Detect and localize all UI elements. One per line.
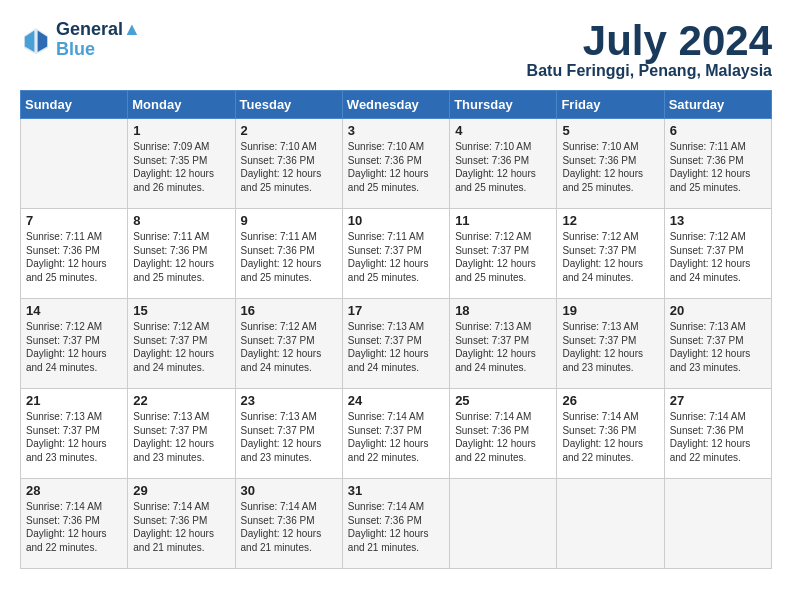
- calendar-cell: 30Sunrise: 7:14 AM Sunset: 7:36 PM Dayli…: [235, 479, 342, 569]
- title-section: July 2024 Batu Feringgi, Penang, Malaysi…: [527, 20, 772, 80]
- day-info: Sunrise: 7:12 AM Sunset: 7:37 PM Dayligh…: [562, 230, 658, 284]
- calendar-cell: 20Sunrise: 7:13 AM Sunset: 7:37 PM Dayli…: [664, 299, 771, 389]
- calendar-cell: 11Sunrise: 7:12 AM Sunset: 7:37 PM Dayli…: [450, 209, 557, 299]
- day-number: 18: [455, 303, 551, 318]
- day-number: 7: [26, 213, 122, 228]
- day-info: Sunrise: 7:14 AM Sunset: 7:36 PM Dayligh…: [348, 500, 444, 554]
- calendar-cell: 12Sunrise: 7:12 AM Sunset: 7:37 PM Dayli…: [557, 209, 664, 299]
- calendar-cell: 15Sunrise: 7:12 AM Sunset: 7:37 PM Dayli…: [128, 299, 235, 389]
- calendar-cell: 21Sunrise: 7:13 AM Sunset: 7:37 PM Dayli…: [21, 389, 128, 479]
- day-info: Sunrise: 7:14 AM Sunset: 7:36 PM Dayligh…: [670, 410, 766, 464]
- day-number: 30: [241, 483, 337, 498]
- day-number: 26: [562, 393, 658, 408]
- day-info: Sunrise: 7:12 AM Sunset: 7:37 PM Dayligh…: [670, 230, 766, 284]
- day-info: Sunrise: 7:11 AM Sunset: 7:36 PM Dayligh…: [241, 230, 337, 284]
- day-info: Sunrise: 7:11 AM Sunset: 7:36 PM Dayligh…: [670, 140, 766, 194]
- day-info: Sunrise: 7:14 AM Sunset: 7:36 PM Dayligh…: [133, 500, 229, 554]
- calendar-cell: 5Sunrise: 7:10 AM Sunset: 7:36 PM Daylig…: [557, 119, 664, 209]
- day-info: Sunrise: 7:13 AM Sunset: 7:37 PM Dayligh…: [241, 410, 337, 464]
- day-info: Sunrise: 7:13 AM Sunset: 7:37 PM Dayligh…: [562, 320, 658, 374]
- day-number: 14: [26, 303, 122, 318]
- day-number: 16: [241, 303, 337, 318]
- logo-icon: [20, 24, 52, 56]
- day-info: Sunrise: 7:11 AM Sunset: 7:36 PM Dayligh…: [133, 230, 229, 284]
- day-number: 15: [133, 303, 229, 318]
- day-number: 23: [241, 393, 337, 408]
- month-title: July 2024: [527, 20, 772, 62]
- calendar-header-row: SundayMondayTuesdayWednesdayThursdayFrid…: [21, 91, 772, 119]
- calendar-cell: 25Sunrise: 7:14 AM Sunset: 7:36 PM Dayli…: [450, 389, 557, 479]
- day-number: 31: [348, 483, 444, 498]
- day-number: 9: [241, 213, 337, 228]
- day-number: 2: [241, 123, 337, 138]
- day-info: Sunrise: 7:12 AM Sunset: 7:37 PM Dayligh…: [133, 320, 229, 374]
- weekday-header: Saturday: [664, 91, 771, 119]
- day-number: 5: [562, 123, 658, 138]
- calendar-cell: [450, 479, 557, 569]
- calendar-cell: 27Sunrise: 7:14 AM Sunset: 7:36 PM Dayli…: [664, 389, 771, 479]
- day-number: 22: [133, 393, 229, 408]
- day-info: Sunrise: 7:13 AM Sunset: 7:37 PM Dayligh…: [133, 410, 229, 464]
- calendar-cell: 10Sunrise: 7:11 AM Sunset: 7:37 PM Dayli…: [342, 209, 449, 299]
- day-info: Sunrise: 7:14 AM Sunset: 7:36 PM Dayligh…: [455, 410, 551, 464]
- weekday-header: Tuesday: [235, 91, 342, 119]
- day-info: Sunrise: 7:10 AM Sunset: 7:36 PM Dayligh…: [455, 140, 551, 194]
- day-info: Sunrise: 7:14 AM Sunset: 7:37 PM Dayligh…: [348, 410, 444, 464]
- calendar-cell: [557, 479, 664, 569]
- calendar-cell: 16Sunrise: 7:12 AM Sunset: 7:37 PM Dayli…: [235, 299, 342, 389]
- calendar-table: SundayMondayTuesdayWednesdayThursdayFrid…: [20, 90, 772, 569]
- calendar-cell: 24Sunrise: 7:14 AM Sunset: 7:37 PM Dayli…: [342, 389, 449, 479]
- calendar-week-row: 1Sunrise: 7:09 AM Sunset: 7:35 PM Daylig…: [21, 119, 772, 209]
- calendar-cell: 23Sunrise: 7:13 AM Sunset: 7:37 PM Dayli…: [235, 389, 342, 479]
- calendar-cell: 26Sunrise: 7:14 AM Sunset: 7:36 PM Dayli…: [557, 389, 664, 479]
- day-info: Sunrise: 7:11 AM Sunset: 7:36 PM Dayligh…: [26, 230, 122, 284]
- calendar-cell: 13Sunrise: 7:12 AM Sunset: 7:37 PM Dayli…: [664, 209, 771, 299]
- day-number: 8: [133, 213, 229, 228]
- day-number: 20: [670, 303, 766, 318]
- weekday-header: Thursday: [450, 91, 557, 119]
- day-number: 11: [455, 213, 551, 228]
- day-info: Sunrise: 7:13 AM Sunset: 7:37 PM Dayligh…: [26, 410, 122, 464]
- calendar-week-row: 14Sunrise: 7:12 AM Sunset: 7:37 PM Dayli…: [21, 299, 772, 389]
- day-number: 4: [455, 123, 551, 138]
- calendar-cell: [664, 479, 771, 569]
- calendar-cell: 1Sunrise: 7:09 AM Sunset: 7:35 PM Daylig…: [128, 119, 235, 209]
- day-number: 24: [348, 393, 444, 408]
- calendar-cell: 2Sunrise: 7:10 AM Sunset: 7:36 PM Daylig…: [235, 119, 342, 209]
- day-info: Sunrise: 7:14 AM Sunset: 7:36 PM Dayligh…: [562, 410, 658, 464]
- day-info: Sunrise: 7:12 AM Sunset: 7:37 PM Dayligh…: [241, 320, 337, 374]
- calendar-week-row: 28Sunrise: 7:14 AM Sunset: 7:36 PM Dayli…: [21, 479, 772, 569]
- day-info: Sunrise: 7:12 AM Sunset: 7:37 PM Dayligh…: [26, 320, 122, 374]
- calendar-cell: 17Sunrise: 7:13 AM Sunset: 7:37 PM Dayli…: [342, 299, 449, 389]
- calendar-cell: 19Sunrise: 7:13 AM Sunset: 7:37 PM Dayli…: [557, 299, 664, 389]
- weekday-header: Sunday: [21, 91, 128, 119]
- calendar-cell: 4Sunrise: 7:10 AM Sunset: 7:36 PM Daylig…: [450, 119, 557, 209]
- calendar-cell: 28Sunrise: 7:14 AM Sunset: 7:36 PM Dayli…: [21, 479, 128, 569]
- day-info: Sunrise: 7:13 AM Sunset: 7:37 PM Dayligh…: [670, 320, 766, 374]
- calendar-cell: 6Sunrise: 7:11 AM Sunset: 7:36 PM Daylig…: [664, 119, 771, 209]
- page-header: General▲ Blue July 2024 Batu Feringgi, P…: [20, 20, 772, 80]
- calendar-cell: 18Sunrise: 7:13 AM Sunset: 7:37 PM Dayli…: [450, 299, 557, 389]
- calendar-cell: 22Sunrise: 7:13 AM Sunset: 7:37 PM Dayli…: [128, 389, 235, 479]
- day-number: 17: [348, 303, 444, 318]
- calendar-cell: [21, 119, 128, 209]
- day-info: Sunrise: 7:11 AM Sunset: 7:37 PM Dayligh…: [348, 230, 444, 284]
- day-info: Sunrise: 7:13 AM Sunset: 7:37 PM Dayligh…: [455, 320, 551, 374]
- day-number: 6: [670, 123, 766, 138]
- day-info: Sunrise: 7:14 AM Sunset: 7:36 PM Dayligh…: [241, 500, 337, 554]
- day-number: 28: [26, 483, 122, 498]
- day-info: Sunrise: 7:13 AM Sunset: 7:37 PM Dayligh…: [348, 320, 444, 374]
- calendar-cell: 8Sunrise: 7:11 AM Sunset: 7:36 PM Daylig…: [128, 209, 235, 299]
- day-info: Sunrise: 7:12 AM Sunset: 7:37 PM Dayligh…: [455, 230, 551, 284]
- calendar-week-row: 7Sunrise: 7:11 AM Sunset: 7:36 PM Daylig…: [21, 209, 772, 299]
- day-number: 3: [348, 123, 444, 138]
- calendar-cell: 7Sunrise: 7:11 AM Sunset: 7:36 PM Daylig…: [21, 209, 128, 299]
- calendar-cell: 29Sunrise: 7:14 AM Sunset: 7:36 PM Dayli…: [128, 479, 235, 569]
- day-number: 19: [562, 303, 658, 318]
- day-number: 29: [133, 483, 229, 498]
- day-number: 21: [26, 393, 122, 408]
- weekday-header: Friday: [557, 91, 664, 119]
- day-info: Sunrise: 7:14 AM Sunset: 7:36 PM Dayligh…: [26, 500, 122, 554]
- calendar-week-row: 21Sunrise: 7:13 AM Sunset: 7:37 PM Dayli…: [21, 389, 772, 479]
- day-info: Sunrise: 7:10 AM Sunset: 7:36 PM Dayligh…: [348, 140, 444, 194]
